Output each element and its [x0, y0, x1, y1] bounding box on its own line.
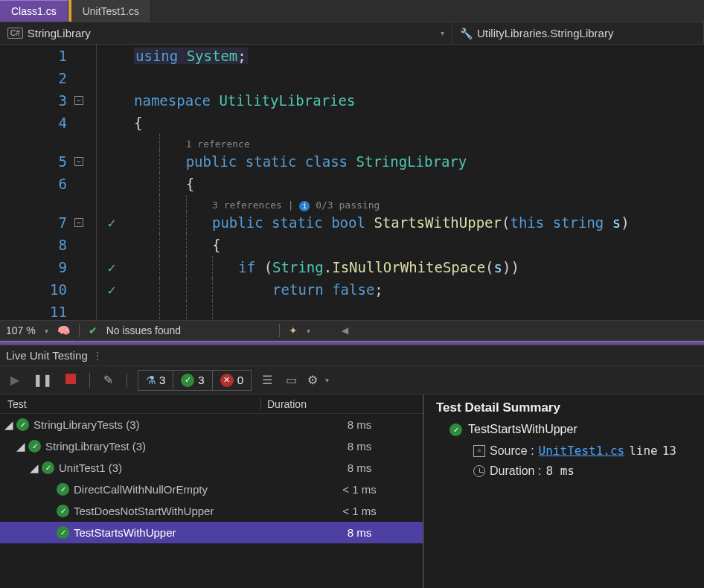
editor-status-bar: 107 % ▾ 🧠 ✔ No issues found ✦ ▾ ◀ — [0, 320, 704, 341]
gear-icon[interactable]: ⚙ — [307, 373, 318, 387]
play-button[interactable]: ▶ — [7, 371, 22, 389]
tree-group[interactable]: ◢ ✓ UnitTest1 (3) 8 ms — [0, 457, 423, 479]
zoom-chevron-icon[interactable]: ▾ — [45, 327, 48, 335]
test-columns-header: Test Duration — [0, 394, 423, 414]
pass-icon: ✓ — [57, 505, 69, 517]
live-test-gutter: ✓ ✓ ✓ ✓ — [97, 45, 127, 320]
duration-value: 8 ms — [545, 464, 575, 478]
pass-icon: ✓ — [16, 418, 29, 431]
list-view-button[interactable]: ☰ — [259, 371, 275, 389]
test-tree-pane: Test Duration ◢ ✓ StringLibraryTests (3)… — [0, 394, 424, 588]
check-icon: ✔ — [89, 325, 97, 336]
pass-icon: ✓ — [57, 526, 69, 539]
class-icon: 🔧 — [460, 28, 473, 39]
pass-icon: ✓ — [42, 461, 54, 474]
fold-toggle[interactable]: − — [74, 218, 83, 227]
breadcrumb-bar: C# StringLibrary ▾ 🔧 UtilityLibraries.St… — [0, 22, 704, 45]
fold-toggle[interactable]: − — [74, 157, 83, 166]
pass-icon: ✓ — [57, 483, 69, 496]
scope-left-label: StringLibrary — [28, 27, 91, 39]
fold-gutter: − − − — [74, 45, 97, 320]
tree-group[interactable]: ◢ ✓ StringLibraryTests (3) 8 ms — [0, 414, 423, 435]
document-icon: ≡ — [473, 445, 485, 457]
live-unit-testing-header: Live Unit Testing ⋮ — [0, 345, 704, 366]
code-editor[interactable]: 123456789101112 − − − ✓ ✓ ✓ ✓ using usin… — [0, 45, 704, 320]
test-item-selected[interactable]: ✓ TestStartsWithUpper 8 ms — [0, 522, 423, 543]
file-tabs: Class1.cs UnitTest1.cs — [0, 0, 704, 22]
col-test[interactable]: Test — [7, 398, 260, 410]
fail-count-pill[interactable]: ✕0 — [213, 371, 251, 390]
source-line-number: 13 — [662, 444, 676, 458]
pass-count-pill[interactable]: ✓3 — [173, 371, 212, 390]
fold-toggle[interactable]: − — [74, 96, 83, 105]
expander-icon[interactable]: ◢ — [16, 440, 25, 453]
pause-button[interactable]: ❚❚ — [30, 371, 55, 389]
zoom-level[interactable]: 107 % — [6, 325, 36, 336]
lut-body: Test Duration ◢ ✓ StringLibraryTests (3)… — [0, 394, 704, 588]
col-duration[interactable]: Duration — [260, 398, 423, 410]
pass-icon: ✓ — [28, 440, 41, 453]
stop-button[interactable] — [63, 371, 79, 389]
pass-icon: ✓ — [108, 260, 116, 275]
tree-group[interactable]: ◢ ✓ StringLibraryTest (3) 8 ms — [0, 435, 423, 457]
pass-icon: ✓ — [449, 424, 462, 436]
pass-icon: ✓ — [181, 374, 194, 387]
pass-icon: ✓ — [108, 215, 116, 231]
source-label: Source : — [490, 444, 534, 458]
source-link[interactable]: UnitTest1.cs — [539, 444, 625, 458]
test-item[interactable]: ✓ DirectCallWithNullOrEmpty < 1 ms — [0, 479, 423, 500]
code-area[interactable]: using using System;System; namespace Uti… — [127, 45, 704, 320]
scope-dropdown-left[interactable]: C# StringLibrary ▾ — [0, 22, 452, 44]
chevron-down-icon[interactable]: ⋮ — [92, 350, 103, 362]
line-number-gutter: 123456789101112 — [0, 45, 74, 320]
pass-icon: ✓ — [108, 282, 116, 298]
expander-icon[interactable]: ◢ — [30, 461, 39, 475]
detail-heading: Test Detail Summary — [436, 400, 692, 415]
expander-icon[interactable]: ◢ — [4, 418, 13, 432]
csharp-badge-icon: C# — [7, 28, 23, 39]
test-summary-pills: ⚗3 ✓3 ✕0 — [138, 370, 252, 391]
source-line-label: line — [629, 444, 658, 458]
clock-icon — [473, 465, 485, 477]
flask-icon: ⚗ — [146, 374, 156, 387]
test-item[interactable]: ✓ TestDoesNotStartWithUpper < 1 ms — [0, 500, 423, 522]
tab-unittest1[interactable]: UnitTest1.cs — [68, 0, 151, 22]
issues-label[interactable]: No issues found — [106, 325, 181, 336]
scope-right-label: UtilityLibraries.StringLibrary — [477, 27, 613, 39]
chevron-down-icon: ▾ — [441, 29, 444, 37]
duration-label: Duration : — [490, 464, 541, 478]
panel-title: Live Unit Testing — [6, 349, 88, 362]
fail-icon: ✕ — [220, 374, 234, 387]
detail-test-name: TestStartsWithUpper — [468, 423, 577, 436]
layout-button[interactable]: ▭ — [283, 371, 300, 389]
test-detail-pane: Test Detail Summary ✓ TestStartsWithUppe… — [424, 394, 704, 588]
cleanup-icon[interactable]: ✦ — [289, 325, 298, 336]
tab-class1[interactable]: Class1.cs — [0, 0, 68, 22]
scope-dropdown-right[interactable]: 🔧 UtilityLibraries.StringLibrary — [452, 22, 704, 44]
nav-left-icon[interactable]: ◀ — [342, 325, 348, 336]
lut-toolbar: ▶ ❚❚ ✎ ⚗3 ✓3 ✕0 ☰ ▭ ⚙ ▾ — [0, 366, 704, 394]
tests-count-pill[interactable]: ⚗3 — [138, 371, 173, 390]
intellicode-icon[interactable]: 🧠 — [57, 325, 70, 336]
edit-button[interactable]: ✎ — [100, 371, 116, 389]
